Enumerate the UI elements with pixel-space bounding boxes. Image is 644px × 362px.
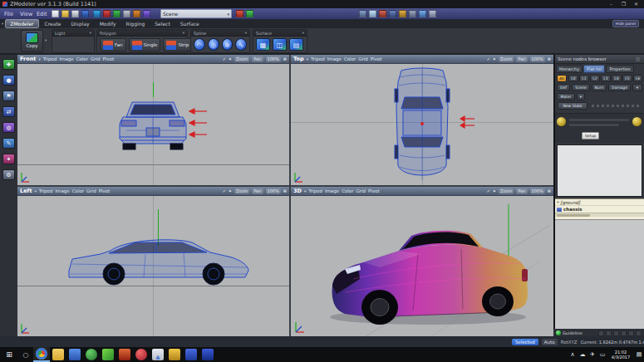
taskbar-app-chrome[interactable] bbox=[33, 347, 50, 362]
toggle-color[interactable]: Color bbox=[72, 188, 84, 193]
mirror-tool-icon[interactable]: ⇄ bbox=[2, 106, 15, 117]
toggle-grid[interactable]: Grid bbox=[358, 56, 368, 61]
scale-control[interactable]: 100% bbox=[530, 56, 545, 62]
mirror-toggle-icon[interactable] bbox=[409, 10, 416, 17]
local-axes-icon[interactable] bbox=[419, 10, 426, 17]
viewport-top[interactable]: Top ▾ Tripod Image Color Grid Pivot ✓ ✦ … bbox=[291, 55, 553, 185]
chevron-up-icon[interactable]: ∧ bbox=[568, 351, 578, 358]
texture-browser-icon[interactable] bbox=[133, 10, 140, 17]
pan-control[interactable]: Pan bbox=[516, 188, 527, 194]
taskbar-app-gold[interactable] bbox=[166, 347, 183, 362]
history-icon[interactable] bbox=[429, 10, 436, 17]
paint-tool-icon[interactable]: ◍ bbox=[2, 122, 15, 133]
toggle-image[interactable]: Image bbox=[59, 56, 73, 61]
surface-patch-icon[interactable]: ▦ bbox=[256, 38, 270, 51]
selected-mode-badge[interactable]: Selected bbox=[512, 339, 538, 345]
axes-mode-label[interactable]: RotXYZ bbox=[561, 340, 578, 345]
menu-file[interactable]: File bbox=[4, 11, 13, 17]
taskbar-app-red[interactable] bbox=[133, 347, 150, 362]
save-icon[interactable] bbox=[81, 10, 89, 17]
viewport-label[interactable]: Left bbox=[20, 188, 32, 194]
zoom-control[interactable]: Zoom bbox=[234, 188, 249, 194]
taskbar-app-blue-n[interactable] bbox=[183, 347, 199, 362]
scene-selector[interactable]: Scene ▾ bbox=[160, 9, 232, 18]
pan-control[interactable]: Pan bbox=[252, 188, 263, 194]
taskbar-app-explorer[interactable] bbox=[50, 347, 66, 362]
settings-tool-icon[interactable]: ⚙ bbox=[2, 169, 15, 180]
check-icon[interactable]: ✓ bbox=[487, 56, 490, 61]
polygon-strip-button[interactable]: Strip bbox=[163, 38, 192, 51]
tab-create[interactable]: Create bbox=[41, 20, 66, 27]
chevron-down-icon[interactable]: ▾ bbox=[45, 38, 47, 42]
rotate-tool-icon[interactable] bbox=[369, 10, 376, 17]
grid-icon[interactable]: ⊞ bbox=[548, 56, 551, 61]
toggle-pivot[interactable]: Pivot bbox=[368, 188, 380, 193]
tab-flat-list[interactable]: Flat list bbox=[583, 65, 605, 73]
lamp-icon[interactable]: ✦ bbox=[493, 188, 496, 193]
filter-l1[interactable]: L1 bbox=[579, 75, 589, 82]
toggle-color[interactable]: Color bbox=[342, 188, 353, 193]
start-button[interactable]: ⊞ bbox=[0, 350, 18, 359]
pan-control[interactable]: Pan bbox=[252, 56, 263, 62]
tree-scrollbar[interactable] bbox=[555, 213, 644, 217]
viewport-3d-canvas[interactable] bbox=[291, 196, 553, 336]
guideline-tool-icon[interactable] bbox=[606, 330, 612, 336]
minimize-button[interactable]: – bbox=[605, 0, 617, 8]
filter-l6[interactable]: L6 bbox=[633, 75, 642, 82]
material-sphere-icon[interactable] bbox=[632, 117, 642, 126]
open-file-icon[interactable] bbox=[61, 10, 69, 17]
filter-l5[interactable]: L5 bbox=[622, 75, 632, 82]
menu-edit[interactable]: Edit bbox=[37, 11, 47, 17]
surface-loft-icon[interactable]: ◫ bbox=[273, 38, 287, 51]
tab-zmodeler[interactable]: ZModeler bbox=[5, 19, 38, 28]
toggle-color[interactable]: Color bbox=[344, 56, 356, 61]
chevron-down-icon[interactable]: ▾ bbox=[38, 57, 40, 61]
render-icon[interactable] bbox=[143, 10, 150, 17]
spline-wave-icon[interactable]: ∿ bbox=[235, 38, 247, 51]
display-tray-icon[interactable]: ▭ bbox=[597, 351, 607, 358]
hide-panel-button[interactable]: Hide panel bbox=[612, 20, 639, 27]
viewport-label[interactable]: Top bbox=[293, 56, 304, 62]
scale-control[interactable]: 100% bbox=[530, 188, 545, 194]
guideline-tool-icon[interactable] bbox=[636, 330, 642, 336]
add-scene-icon[interactable] bbox=[246, 10, 253, 17]
zoom-control[interactable]: Zoom bbox=[234, 56, 249, 62]
toggle-tripod[interactable]: Tripod bbox=[308, 188, 322, 193]
polygon-fan-button[interactable]: Fan bbox=[100, 38, 126, 51]
filter-burn[interactable]: Burn bbox=[592, 84, 607, 91]
chevron-down-icon[interactable]: ▾ bbox=[302, 31, 304, 35]
viewport-left-canvas[interactable] bbox=[17, 196, 289, 336]
grid-icon[interactable]: ⊞ bbox=[283, 188, 287, 193]
scale-control[interactable]: 100% bbox=[266, 56, 281, 62]
polygon-single-button[interactable]: Single bbox=[129, 38, 161, 51]
lamp-icon[interactable]: ✦ bbox=[493, 56, 496, 61]
spline-helix-icon[interactable]: ≋ bbox=[222, 38, 234, 51]
move-tool-icon[interactable] bbox=[359, 10, 366, 17]
sphere-tool-icon[interactable]: ● bbox=[2, 75, 15, 86]
viewport-front-canvas[interactable] bbox=[17, 64, 289, 185]
onedrive-cloud-icon[interactable]: ☁ bbox=[578, 351, 587, 358]
guideline-tool-icon[interactable] bbox=[613, 330, 619, 336]
new-file-icon[interactable] bbox=[52, 10, 59, 17]
menu-view[interactable]: View bbox=[20, 11, 32, 17]
pen-tool-icon[interactable]: ✎ bbox=[2, 138, 15, 149]
snap-toggle-icon[interactable] bbox=[389, 10, 396, 17]
check-icon[interactable]: ✓ bbox=[223, 188, 226, 193]
toggle-grid[interactable]: Grid bbox=[86, 188, 96, 193]
settings-icon[interactable] bbox=[113, 10, 120, 17]
scale-control[interactable]: 100% bbox=[266, 188, 281, 194]
filter-l2[interactable]: L2 bbox=[590, 75, 600, 82]
viewport-label[interactable]: Front bbox=[20, 56, 36, 62]
spline-circle-icon[interactable]: ◎ bbox=[208, 38, 219, 51]
tab-rigging[interactable]: Rigging bbox=[122, 20, 150, 27]
copy-button[interactable]: Copy bbox=[21, 30, 43, 52]
filter-def[interactable]: Def bbox=[557, 84, 570, 91]
filter-material-caret-icon[interactable]: ▾ bbox=[577, 93, 585, 100]
undo-icon[interactable] bbox=[93, 10, 101, 17]
filter-scene[interactable]: Scene bbox=[572, 84, 590, 91]
zoom-control[interactable]: Zoom bbox=[499, 188, 514, 194]
filter-l4[interactable]: L4 bbox=[612, 75, 622, 82]
lamp-icon[interactable]: ✦ bbox=[229, 56, 232, 61]
notification-center-icon[interactable]: ▤ bbox=[634, 351, 644, 358]
delete-scene-icon[interactable] bbox=[236, 10, 243, 17]
